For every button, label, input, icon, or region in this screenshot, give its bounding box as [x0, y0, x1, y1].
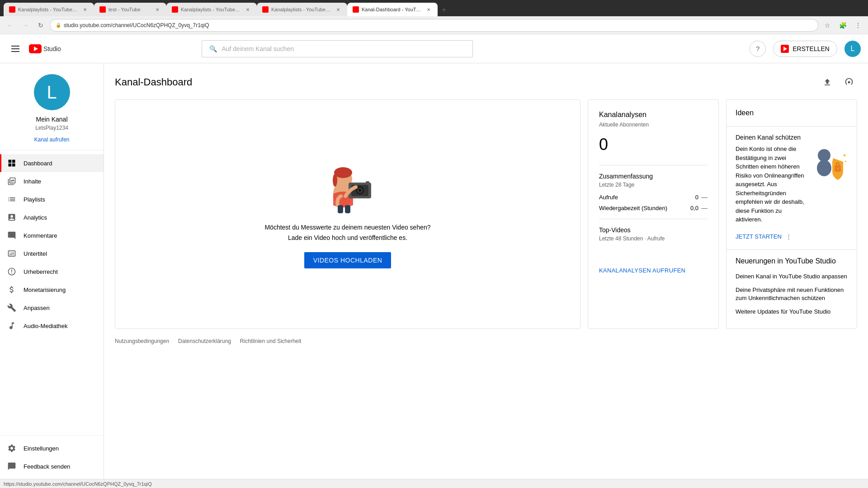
summary-title: Zusammenfassung — [599, 173, 708, 180]
sidebar-item-einstellungen[interactable]: Einstellungen — [0, 439, 104, 457]
sidebar-item-anpassen[interactable]: Anpassen — [0, 299, 104, 317]
kommentare-icon — [7, 231, 16, 240]
sidebar-item-dashboard[interactable]: Dashboard — [0, 154, 104, 172]
studio-main: Kanal-Dashboard — [104, 63, 868, 479]
sidebar-label-playlists: Playlists — [24, 196, 45, 203]
svg-point-11 — [359, 189, 361, 192]
sidebar-item-audio[interactable]: Audio-Mediathek — [0, 317, 104, 335]
update-item-2[interactable]: Deine Privatsphäre mit neuen Funktionen … — [736, 286, 848, 302]
tab-title-1: Kanalplaylists - YouTube S... — [18, 7, 79, 12]
jetzt-starten-link[interactable]: JETZT STARTEN — [736, 233, 782, 240]
help-button[interactable]: ? — [750, 41, 766, 57]
sidebar-item-inhalte[interactable]: Inhalte — [0, 172, 104, 190]
upload-button[interactable] — [819, 74, 835, 90]
update-item-1[interactable]: Deinen Kanal in YouTube Studio anpassen — [736, 272, 848, 281]
status-bar: https://studio.youtube.com/channel/UCocN… — [0, 479, 868, 488]
channel-handle: LetsPlay1234 — [7, 125, 96, 131]
sidebar-label-feedback: Feedback senden — [24, 463, 70, 470]
sidebar-item-monetarisierung[interactable]: Monetarisierung — [0, 281, 104, 299]
tab-close-2[interactable]: ✕ — [154, 6, 161, 13]
hamburger-icon — [11, 46, 19, 52]
search-container: 🔍 Auf deinem Kanal suchen — [202, 40, 473, 57]
analytics-card: Kanalanalysen Aktuelle Abonnenten 0 Zusa… — [588, 99, 719, 329]
svg-rect-12 — [366, 181, 369, 184]
extensions-button[interactable]: 🧩 — [836, 19, 849, 32]
studio-label: Studio — [43, 45, 61, 52]
full-page: Kanalplaylists - YouTube S... ✕ test - Y… — [0, 0, 868, 488]
footer-link-datenschutz[interactable]: Datenschutzerklärung — [178, 338, 231, 344]
footer-link-richtlinien[interactable]: Richtlinien und Sicherheit — [240, 338, 301, 344]
aufrufe-dash: — — [701, 193, 708, 201]
security-action: JETZT STARTEN ⋮ — [736, 231, 848, 242]
address-bar[interactable]: 🔒 studio.youtube.com/channel/UCocN6zQPHQ… — [50, 19, 818, 32]
topbar-right: ? ERSTELLEN L — [750, 41, 861, 57]
analytics-icon — [7, 213, 16, 222]
new-tab-button[interactable]: + — [438, 4, 450, 16]
search-icon: 🔍 — [209, 45, 217, 52]
reload-button[interactable]: ↻ — [34, 19, 47, 32]
upload-promo-card: Möchtest du Messwerte zu deinem neuesten… — [115, 99, 580, 329]
sidebar-item-analytics[interactable]: Analytics — [0, 208, 104, 226]
forward-button[interactable]: → — [19, 19, 32, 32]
svg-point-5 — [334, 167, 352, 178]
sidebar-label-anpassen: Anpassen — [24, 305, 50, 311]
search-bar[interactable]: 🔍 Auf deinem Kanal suchen — [202, 40, 473, 57]
svg-rect-14 — [345, 205, 350, 213]
browser-tab-2[interactable]: test - YouTube ✕ — [94, 3, 166, 16]
security-title: Deinen Kanal schützen — [736, 134, 848, 141]
upload-videos-button[interactable]: VIDEOS HOCHLADEN — [304, 252, 392, 268]
browser-tab-5[interactable]: Kanal-Dashboard - YouTu... ✕ — [347, 3, 438, 16]
tab-close-5[interactable]: ✕ — [425, 6, 432, 13]
cards-row: Möchtest du Messwerte zu deinem neuesten… — [115, 99, 857, 329]
sidebar-label-analytics: Analytics — [24, 214, 47, 221]
analytics-title: Kanalanalysen — [599, 111, 708, 119]
kanalanalysen-link[interactable]: KANALANALYSEN AUFRUFEN — [599, 267, 685, 274]
status-url: https://studio.youtube.com/channel/UCocN… — [4, 481, 152, 487]
back-button[interactable]: ← — [4, 19, 16, 32]
tab-close-3[interactable]: ✕ — [244, 6, 251, 13]
youtube-logo-icon — [29, 44, 42, 53]
metric-value-wiedergabe: 0,0 — — [690, 204, 708, 211]
tab-title-2: test - YouTube — [108, 7, 151, 12]
ideas-card: Ideen Deinen Kanal schützen Dein Konto i… — [726, 99, 857, 329]
channel-info: L Mein Kanal LetsPlay1234 Kanal aufrufen — [0, 63, 104, 150]
update-item-3[interactable]: Weitere Updates für YouTube Studio — [736, 308, 848, 316]
anpassen-icon — [7, 303, 16, 312]
sidebar-item-untertitel[interactable]: Untertitel — [0, 244, 104, 263]
tab-close-1[interactable]: ✕ — [81, 6, 89, 13]
channel-avatar: L — [34, 74, 70, 110]
sidebar-item-playlists[interactable]: Playlists — [0, 190, 104, 208]
top-videos-sub: Letzte 48 Stunden · Aufrufe — [599, 235, 708, 242]
metric-row-aufrufe: Aufrufe 0 — — [599, 193, 708, 201]
browser-tab-3[interactable]: Kanalplaylists - YouTube S... ✕ — [166, 3, 257, 16]
svg-point-18 — [837, 168, 839, 169]
page-header: Kanal-Dashboard — [115, 74, 857, 90]
bookmark-button[interactable]: ☆ — [821, 19, 834, 32]
more-button[interactable]: ⋮ — [852, 19, 864, 32]
subscribers-label: Aktuelle Abonnenten — [599, 122, 708, 128]
aufrufe-value: 0 — [695, 194, 698, 201]
footer-link-nutzung[interactable]: Nutzungsbedingungen — [115, 338, 169, 344]
feedback-icon — [7, 462, 16, 471]
user-avatar[interactable]: L — [844, 41, 861, 57]
lock-icon: 🔒 — [56, 23, 61, 28]
browser-tabs: Kanalplaylists - YouTube S... ✕ test - Y… — [0, 0, 868, 16]
live-button[interactable] — [841, 74, 857, 90]
sidebar-item-feedback[interactable]: Feedback senden — [0, 457, 104, 475]
channel-link[interactable]: Kanal aufrufen — [7, 136, 96, 143]
metric-row-wiedergabe: Wiedergabezeit (Stunden) 0,0 — — [599, 204, 708, 211]
upload-text-main: Möchtest du Messwerte zu deinem neuesten… — [264, 223, 430, 232]
create-button[interactable]: ERSTELLEN — [773, 41, 837, 57]
wiedergabe-dash: — — [701, 204, 708, 211]
browser-tab-1[interactable]: Kanalplaylists - YouTube S... ✕ — [4, 3, 94, 16]
tab-title-4: Kanalplaylists - YouTube S... — [271, 7, 332, 12]
tab-close-4[interactable]: ✕ — [335, 6, 342, 13]
more-options-button[interactable]: ⋮ — [783, 231, 794, 242]
create-label: ERSTELLEN — [793, 45, 830, 52]
browser-tab-4[interactable]: Kanalplaylists - YouTube S... ✕ — [257, 3, 347, 16]
hamburger-menu[interactable] — [7, 41, 24, 57]
sidebar-item-urheberrecht[interactable]: Urheberrecht — [0, 263, 104, 281]
subscriber-count: 0 — [599, 135, 708, 154]
address-url: studio.youtube.com/channel/UCocN6zQPHQZ_… — [64, 22, 209, 28]
sidebar-item-kommentare[interactable]: Kommentare — [0, 226, 104, 244]
